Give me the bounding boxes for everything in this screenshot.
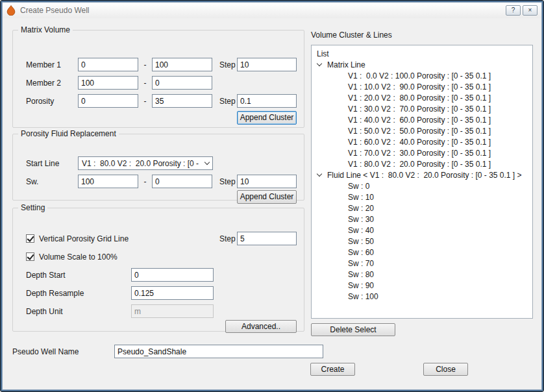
matrix-line-item[interactable]: V1 : 50.0 V2 : 50.0 Porosity : [0 - 35 0… xyxy=(312,125,532,136)
cluster-panel-title: Volume Cluster & Lines xyxy=(311,31,392,40)
range-separator: - xyxy=(138,60,152,69)
porosity-row: Porosity - Step xyxy=(26,94,297,108)
fluid-line-item[interactable]: Sw : 10 xyxy=(312,191,532,202)
start-line-label: Start Line xyxy=(26,159,78,168)
window-title: Create Pseudo Well xyxy=(20,6,504,15)
member1-step-label: Step xyxy=(219,60,237,69)
depth-unit-row: Depth Unit xyxy=(26,304,297,318)
pseudo-well-name-row: Pseudo Well Name xyxy=(12,345,323,358)
setting-group: Setting Vertical Porosity Grid Line Step… xyxy=(12,203,304,332)
delete-select-button[interactable]: Delete Select xyxy=(311,323,395,336)
create-pseudo-well-dialog: Create Pseudo Well ? × Matrix Volume Mem… xyxy=(0,0,544,392)
fluid-line-item[interactable]: Sw : 80 xyxy=(312,269,532,280)
depth-start-label: Depth Start xyxy=(26,271,131,280)
sw-from-input[interactable] xyxy=(78,175,138,188)
setting-title: Setting xyxy=(18,203,47,212)
fluid-line-item[interactable]: Sw : 30 xyxy=(312,214,532,225)
vertical-grid-checkbox[interactable] xyxy=(26,234,34,243)
chevron-down-icon[interactable] xyxy=(317,171,322,177)
matrix-line-item[interactable]: V1 : 30.0 V2 : 70.0 Porosity : [0 - 35 0… xyxy=(312,103,532,114)
matrix-volume-title: Matrix Volume xyxy=(18,25,73,34)
vertical-grid-label[interactable]: Vertical Porosity Grid Line xyxy=(39,234,129,243)
sw-label: Sw. xyxy=(26,177,78,186)
matrix-append-cluster-button[interactable]: Append Cluster xyxy=(237,111,297,125)
advanced-button[interactable]: Advanced.. xyxy=(225,320,297,333)
porosity-step-input[interactable] xyxy=(237,94,297,108)
cluster-tree: List Matrix Line V1 : 0.0 V2 : 100.0 Por… xyxy=(311,45,533,319)
pseudo-well-name-input[interactable] xyxy=(114,345,323,358)
matrix-volume-group: Matrix Volume Member 1 - Step Member 2 -… xyxy=(12,25,304,128)
range-separator: - xyxy=(138,97,152,106)
range-separator: - xyxy=(138,177,152,186)
start-line-value: V1 : 80.0 V2 : 20.0 Porosity : [0 - xyxy=(82,159,205,168)
start-line-combobox[interactable]: V1 : 80.0 V2 : 20.0 Porosity : [0 - xyxy=(78,156,213,170)
volume-scale-row: Volume Scale to 100% xyxy=(26,250,297,263)
member2-to-input[interactable] xyxy=(152,76,212,90)
member2-row: Member 2 - xyxy=(26,76,297,90)
fluid-line-item[interactable]: Sw : 0 xyxy=(312,180,532,191)
matrix-line-item[interactable]: V1 : 60.0 V2 : 40.0 Porosity : [0 - 35 0… xyxy=(312,136,532,147)
chevron-down-icon[interactable] xyxy=(317,61,322,66)
depth-start-row: Depth Start xyxy=(26,268,297,282)
member1-row: Member 1 - Step xyxy=(26,58,297,71)
depth-resample-row: Depth Resample xyxy=(26,286,297,300)
fluid-replacement-title: Porosity Fluid Replacement xyxy=(18,129,119,138)
matrix-line-item[interactable]: V1 : 40.0 V2 : 60.0 Porosity : [0 - 35 0… xyxy=(312,114,532,125)
depth-start-input[interactable] xyxy=(131,268,214,282)
depth-resample-input[interactable] xyxy=(131,286,214,300)
matrix-line-item[interactable]: V1 : 0.0 V2 : 100.0 Porosity : [0 - 35 0… xyxy=(312,70,532,81)
close-button[interactable]: Close xyxy=(423,363,468,376)
fluid-line-label[interactable]: Fluid Line < V1 : 80.0 V2 : 20.0 Porosit… xyxy=(327,171,522,180)
porosity-label: Porosity xyxy=(26,97,78,106)
matrix-line-branch[interactable]: Matrix Line xyxy=(312,59,532,70)
porosity-step-label: Step xyxy=(219,97,237,106)
member1-step-input[interactable] xyxy=(237,58,297,71)
sw-row: Sw. - Step xyxy=(26,175,297,188)
fluid-line-item[interactable]: Sw : 50 xyxy=(312,236,532,247)
titlebar[interactable]: Create Pseudo Well ? × xyxy=(3,3,541,18)
fluid-append-cluster-button[interactable]: Append Cluster xyxy=(237,190,297,204)
fluid-line-item[interactable]: Sw : 90 xyxy=(312,280,532,291)
sw-step-label: Step xyxy=(219,177,237,186)
matrix-line-label[interactable]: Matrix Line xyxy=(327,60,365,69)
fluid-line-branch[interactable]: Fluid Line < V1 : 80.0 V2 : 20.0 Porosit… xyxy=(312,169,532,180)
member2-label: Member 2 xyxy=(26,79,78,88)
vertical-grid-row: Vertical Porosity Grid Line Step xyxy=(26,232,297,245)
create-button[interactable]: Create xyxy=(310,363,355,376)
fluid-line-item[interactable]: Sw : 60 xyxy=(312,247,532,258)
fluid-line-item[interactable]: Sw : 70 xyxy=(312,258,532,269)
matrix-line-item[interactable]: V1 : 70.0 V2 : 30.0 Porosity : [0 - 35 0… xyxy=(312,147,532,158)
member2-from-input[interactable] xyxy=(78,76,138,90)
pseudo-well-name-label: Pseudo Well Name xyxy=(12,347,114,356)
depth-resample-label: Depth Resample xyxy=(26,289,131,298)
depth-unit-input xyxy=(131,304,214,318)
depth-unit-label: Depth Unit xyxy=(26,307,131,316)
start-line-row: Start Line V1 : 80.0 V2 : 20.0 Porosity … xyxy=(26,156,297,170)
chevron-down-icon[interactable] xyxy=(204,160,210,165)
range-separator: - xyxy=(138,79,152,88)
porosity-from-input[interactable] xyxy=(78,94,138,108)
porosity-to-input[interactable] xyxy=(152,94,212,108)
matrix-line-item[interactable]: V1 : 10.0 V2 : 90.0 Porosity : [0 - 35 0… xyxy=(312,81,532,92)
member1-from-input[interactable] xyxy=(78,58,138,71)
fluid-line-item[interactable]: Sw : 40 xyxy=(312,225,532,236)
grid-step-label: Step xyxy=(219,234,237,243)
matrix-line-item[interactable]: V1 : 80.0 V2 : 20.0 Porosity : [0 - 35 0… xyxy=(312,158,532,169)
matrix-line-item[interactable]: V1 : 20.0 V2 : 80.0 Porosity : [0 - 35 0… xyxy=(312,92,532,103)
sw-to-input[interactable] xyxy=(152,175,212,188)
app-logo-icon xyxy=(6,5,16,16)
fluid-line-item[interactable]: Sw : 100 xyxy=(312,291,532,302)
sw-step-input[interactable] xyxy=(237,175,297,188)
grid-step-input[interactable] xyxy=(237,232,297,245)
volume-scale-label[interactable]: Volume Scale to 100% xyxy=(39,252,117,262)
fluid-line-item[interactable]: Sw : 20 xyxy=(312,202,532,214)
help-button[interactable]: ? xyxy=(506,5,521,16)
volume-scale-checkbox[interactable] xyxy=(26,252,34,261)
member1-to-input[interactable] xyxy=(152,58,212,71)
tree-header: List xyxy=(312,48,532,59)
member1-label: Member 1 xyxy=(26,60,78,69)
close-window-button[interactable]: × xyxy=(523,5,538,16)
porosity-fluid-replacement-group: Porosity Fluid Replacement Start Line V1… xyxy=(12,129,304,201)
